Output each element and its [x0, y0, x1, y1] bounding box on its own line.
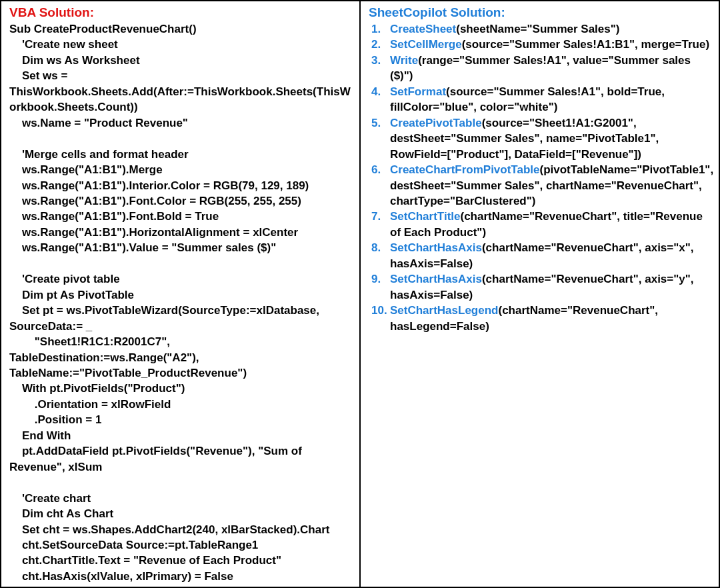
step-item: 1.CreateSheet(sheetName="Summer Sales") [369, 21, 711, 37]
step-number: 2. [369, 37, 390, 52]
step-arguments: (range="Summer Sales!A1", value="Summer … [390, 54, 691, 82]
step-arguments: (source="Summer Sales!A1:B1", merge=True… [462, 38, 709, 51]
step-number: 10. [369, 303, 390, 334]
step-item: 6.CreateChartFromPivotTable(pivotTableNa… [369, 162, 711, 209]
step-body: SetFormat(source="Summer Sales!A1", bold… [390, 84, 711, 115]
step-number: 5. [369, 115, 390, 162]
comparison-table: VBA Solution: Sub CreateProductRevenueCh… [0, 0, 720, 588]
step-body: CreatePivotTable(source="Sheet1!A1:G2001… [390, 115, 711, 162]
step-function-name: CreateChartFromPivotTable [390, 163, 540, 176]
sheetcopilot-steps: 1.CreateSheet(sheetName="Summer Sales")2… [369, 21, 711, 334]
vba-title: VBA Solution: [9, 5, 351, 20]
step-item: 2.SetCellMerge(source="Summer Sales!A1:B… [369, 37, 711, 52]
step-item: 5.CreatePivotTable(source="Sheet1!A1:G20… [369, 115, 711, 162]
step-function-name: SetFormat [390, 85, 446, 98]
step-body: SetChartHasAxis(chartName="RevenueChart"… [390, 240, 711, 271]
step-number: 6. [369, 162, 390, 209]
step-number: 8. [369, 240, 390, 271]
step-body: SetChartHasAxis(chartName="RevenueChart"… [390, 271, 711, 303]
step-function-name: SetCellMerge [390, 38, 462, 51]
step-item: 3.Write(range="Summer Sales!A1", value="… [369, 53, 711, 84]
step-body: SetChartTitle(chartName="RevenueChart", … [390, 209, 711, 240]
step-function-name: CreatePivotTable [390, 117, 482, 129]
step-function-name: SetChartHasAxis [390, 273, 482, 285]
step-body: SetCellMerge(source="Summer Sales!A1:B1"… [390, 37, 711, 52]
sheetcopilot-column: SheetCopilot Solution: 1.CreateSheet(she… [361, 1, 719, 587]
step-number: 4. [369, 84, 390, 115]
step-number: 7. [369, 209, 390, 240]
step-item: 8.SetChartHasAxis(chartName="RevenueChar… [369, 240, 711, 271]
step-function-name: Write [390, 54, 418, 67]
step-number: 9. [369, 271, 390, 303]
step-item: 7.SetChartTitle(chartName="RevenueChart"… [369, 209, 711, 240]
step-body: Write(range="Summer Sales!A1", value="Su… [390, 53, 711, 84]
step-number: 3. [369, 53, 390, 84]
step-number: 1. [369, 21, 390, 37]
step-body: CreateChartFromPivotTable(pivotTableName… [390, 162, 713, 209]
vba-column: VBA Solution: Sub CreateProductRevenueCh… [1, 1, 361, 587]
step-function-name: SetChartHasLegend [390, 304, 498, 317]
step-function-name: SetChartTitle [390, 210, 461, 223]
step-item: 9.SetChartHasAxis(chartName="RevenueChar… [369, 271, 711, 303]
step-arguments: (sheetName="Summer Sales") [456, 23, 619, 35]
sheetcopilot-title: SheetCopilot Solution: [369, 5, 711, 20]
step-body: CreateSheet(sheetName="Summer Sales") [390, 21, 711, 37]
step-body: SetChartHasLegend(chartName="RevenueChar… [390, 303, 711, 334]
step-function-name: CreateSheet [390, 23, 456, 35]
step-item: 10.SetChartHasLegend(chartName="RevenueC… [369, 303, 711, 334]
vba-code-block: Sub CreateProductRevenueChart() 'Create … [9, 21, 351, 587]
step-item: 4.SetFormat(source="Summer Sales!A1", bo… [369, 84, 711, 115]
step-function-name: SetChartHasAxis [390, 241, 482, 254]
